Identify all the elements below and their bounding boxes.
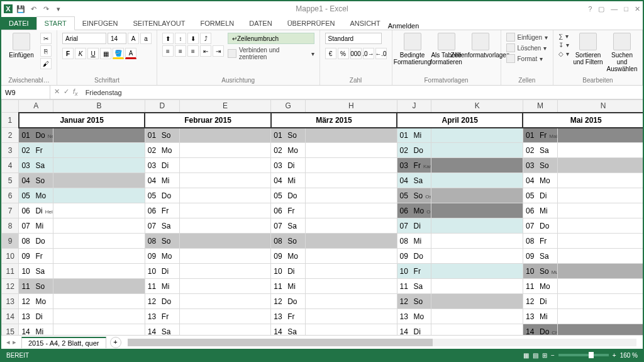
day-note-cell[interactable] — [557, 309, 643, 324]
day-note-cell[interactable] — [306, 143, 397, 158]
close-icon[interactable]: ✕ — [635, 5, 640, 13]
insert-cells-button[interactable]: Einfügen ▾ — [506, 33, 548, 42]
day-cell[interactable]: 09Do — [397, 249, 431, 264]
tab-nav-next-icon[interactable]: ▸ — [13, 338, 16, 346]
day-note-cell[interactable] — [53, 188, 145, 203]
day-cell[interactable]: 11Mi — [145, 279, 179, 294]
day-note-cell[interactable] — [557, 218, 643, 234]
month-header[interactable]: Februar 2015 — [145, 113, 270, 128]
day-cell[interactable]: 01So — [271, 128, 306, 143]
day-cell[interactable]: 02Do — [397, 143, 431, 158]
orientation-icon[interactable]: ⤴ — [200, 33, 211, 44]
day-note-cell[interactable] — [306, 203, 397, 218]
currency-icon[interactable]: € — [325, 48, 336, 59]
day-note-cell[interactable] — [557, 279, 643, 294]
day-cell[interactable]: 10Di — [271, 264, 306, 279]
day-cell[interactable]: 01FrMaifeiertag — [523, 128, 557, 143]
day-note-cell[interactable] — [53, 309, 145, 324]
day-cell[interactable]: 03Di — [145, 158, 179, 173]
day-note-cell[interactable] — [306, 234, 397, 249]
day-note-cell[interactable] — [53, 173, 145, 188]
row-header[interactable]: 4 — [2, 158, 19, 173]
qat-dropdown-icon[interactable]: ▾ — [54, 4, 63, 13]
number-format-select[interactable] — [325, 33, 382, 44]
tab-file[interactable]: DATEI — [1, 17, 36, 30]
day-note-cell[interactable] — [431, 188, 523, 203]
day-cell[interactable]: 12Do — [145, 294, 179, 309]
zoom-slider[interactable] — [558, 354, 609, 356]
day-cell[interactable]: 14Sa — [271, 324, 306, 336]
day-note-cell[interactable] — [557, 128, 643, 143]
day-cell[interactable]: 13Di — [19, 309, 53, 324]
day-cell[interactable]: 13Fr — [271, 309, 306, 324]
day-note-cell[interactable] — [557, 173, 643, 188]
day-cell[interactable]: 07Sa — [271, 218, 306, 234]
comma-icon[interactable]: 000 — [350, 48, 362, 59]
percent-icon[interactable]: % — [338, 48, 349, 59]
day-cell[interactable]: 08Fr — [523, 234, 557, 249]
day-cell[interactable]: 13Fr — [145, 309, 179, 324]
month-header[interactable]: März 2015 — [271, 113, 397, 128]
day-note-cell[interactable] — [179, 324, 271, 336]
horizontal-scrollbar[interactable] — [128, 339, 636, 346]
col-header[interactable]: N — [557, 100, 643, 113]
day-note-cell[interactable] — [557, 294, 643, 309]
day-cell[interactable]: 04Mo — [523, 173, 557, 188]
row-header[interactable]: 5 — [2, 173, 19, 188]
day-cell[interactable]: 14DoChr. Himmelf. — [523, 324, 557, 336]
row-header[interactable]: 10 — [2, 249, 19, 264]
tab-layout[interactable]: SEITENLAYOUT — [125, 17, 192, 30]
font-color-icon[interactable]: A — [125, 48, 136, 59]
day-cell[interactable]: 03Sa — [19, 158, 53, 173]
day-note-cell[interactable] — [431, 264, 523, 279]
undo-icon[interactable]: ↶ — [29, 4, 38, 13]
day-cell[interactable]: 11Sa — [397, 279, 431, 294]
day-cell[interactable]: 01DoNeujahr — [19, 128, 53, 143]
dec-decimal-icon[interactable]: ←.0 — [375, 48, 387, 59]
row-header[interactable]: 14 — [2, 309, 19, 324]
day-note-cell[interactable] — [179, 203, 271, 218]
day-note-cell[interactable] — [306, 188, 397, 203]
day-note-cell[interactable] — [179, 158, 271, 173]
day-note-cell[interactable] — [306, 324, 397, 336]
tab-data[interactable]: DATEN — [242, 17, 279, 30]
day-note-cell[interactable] — [306, 173, 397, 188]
align-bottom-icon[interactable]: ⬇ — [187, 33, 199, 44]
sheet-tab[interactable]: 2015 - A4, 2 Blatt, quer — [21, 337, 106, 348]
row-header[interactable]: 9 — [2, 234, 19, 249]
day-note-cell[interactable] — [557, 264, 643, 279]
grow-font-icon[interactable]: A — [128, 33, 139, 44]
wrap-text-button[interactable]: ↵ Zeilenumbruch — [228, 33, 314, 44]
font-size-select[interactable] — [108, 33, 126, 44]
day-note-cell[interactable] — [557, 188, 643, 203]
align-center-icon[interactable]: ≡ — [175, 45, 186, 57]
row-header[interactable]: 13 — [2, 294, 19, 309]
day-cell[interactable]: 03So — [523, 158, 557, 173]
day-cell[interactable]: 05Di — [523, 188, 557, 203]
col-header[interactable]: K — [431, 100, 523, 113]
tab-view[interactable]: ANSICHT — [342, 17, 387, 30]
day-note-cell[interactable] — [53, 218, 145, 234]
day-cell[interactable]: 05Mo — [19, 188, 53, 203]
day-cell[interactable]: 10SoMuttertag — [523, 264, 557, 279]
fx-icon[interactable]: fx — [73, 88, 78, 97]
tab-nav-prev-icon[interactable]: ◂ — [6, 338, 10, 346]
day-note-cell[interactable] — [431, 143, 523, 158]
italic-button[interactable]: K — [75, 48, 86, 59]
day-note-cell[interactable] — [306, 218, 397, 234]
view-layout-icon[interactable]: ▤ — [533, 352, 538, 359]
day-note-cell[interactable] — [557, 203, 643, 218]
tab-review[interactable]: ÜBERPRÜFEN — [280, 17, 343, 30]
day-note-cell[interactable] — [431, 218, 523, 234]
autosum-button[interactable]: ∑ ▾ — [558, 33, 569, 40]
day-note-cell[interactable] — [179, 173, 271, 188]
day-cell[interactable]: 04Mi — [271, 173, 306, 188]
day-cell[interactable]: 06Mi — [523, 203, 557, 218]
cancel-formula-icon[interactable]: ✕ — [54, 88, 60, 97]
row-header[interactable]: 2 — [2, 128, 19, 143]
confirm-formula-icon[interactable]: ✓ — [64, 88, 69, 97]
underline-button[interactable]: U — [87, 48, 99, 59]
day-cell[interactable]: 11So — [19, 279, 53, 294]
day-cell[interactable]: 06Fr — [271, 203, 306, 218]
zoom-out-icon[interactable]: − — [551, 352, 555, 359]
